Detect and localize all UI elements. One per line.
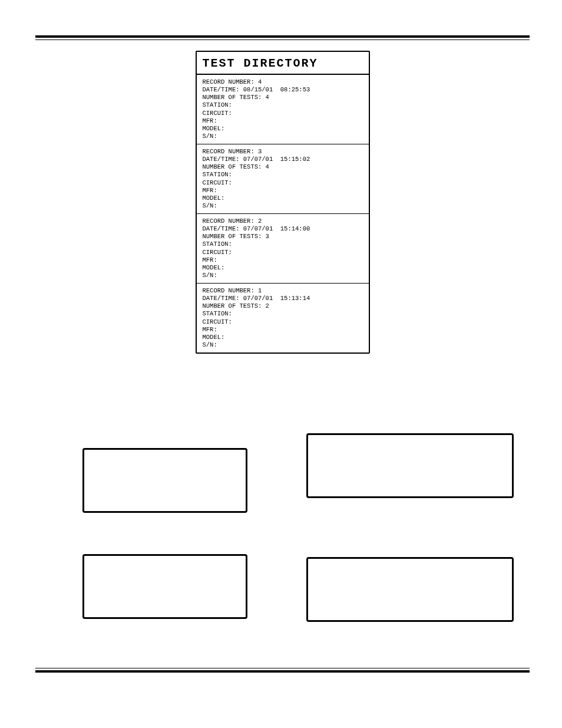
bottom-rule [35,668,530,673]
bottom-boxes-group [35,433,530,657]
placeholder-box-bottom-right [306,557,514,622]
printout-record: RECORD NUMBER: 4 DATE/TIME: 08/15/01 08:… [197,75,369,144]
placeholder-box-top-right [306,433,514,498]
top-rule [35,35,530,40]
placeholder-box-top-left [82,448,247,513]
printout-record: RECORD NUMBER: 1 DATE/TIME: 07/07/01 15:… [197,284,369,353]
test-directory-printout: TEST DIRECTORY RECORD NUMBER: 4 DATE/TIM… [196,51,370,354]
printout-record: RECORD NUMBER: 2 DATE/TIME: 07/07/01 15:… [197,214,369,284]
placeholder-box-bottom-left [82,554,247,619]
printout-title: TEST DIRECTORY [197,52,369,75]
printout-record: RECORD NUMBER: 3 DATE/TIME: 07/07/01 15:… [197,144,369,214]
